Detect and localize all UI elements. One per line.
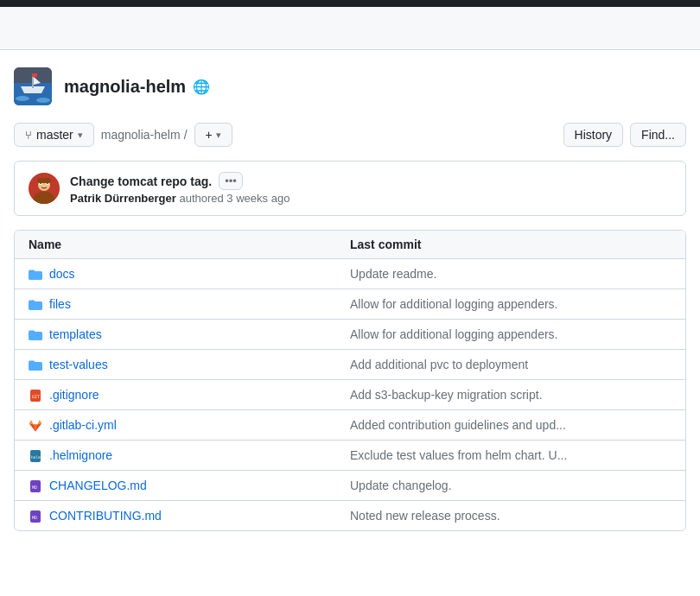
file-type-icon: MD [29, 478, 42, 493]
file-type-icon [29, 327, 42, 342]
svg-rect-14 [37, 178, 51, 183]
svg-text:MD: MD [32, 485, 37, 490]
file-link[interactable]: .gitlab-ci.yml [49, 418, 117, 432]
globe-icon: 🌐 [193, 79, 210, 95]
table-row: files Allow for additional logging appen… [15, 289, 685, 320]
commit-title: Change tomcat repo tag. [70, 174, 212, 188]
avatar-image [14, 67, 52, 105]
file-rows-container: docs Update readme. files Allow for addi… [15, 259, 685, 530]
col-name-header: Name [29, 238, 350, 251]
toolbar: ⑂ master ▾ magnolia-helm / + ▾ History F… [14, 123, 686, 147]
file-type-icon [29, 266, 42, 282]
file-commit-cell: Allow for additional logging appenders. [350, 297, 671, 311]
file-name-cell: templates [29, 327, 350, 342]
history-button[interactable]: History [563, 123, 624, 147]
file-type-icon [29, 296, 42, 312]
table-row: docs Update readme. [15, 259, 685, 289]
file-commit-cell: Add additional pvc to deployment [350, 358, 671, 371]
table-row: .gitlab-ci.yml Added contribution guidel… [15, 410, 685, 441]
commit-title-row: Change tomcat repo tag. ••• [70, 172, 671, 190]
table-row: test-values Add additional pvc to deploy… [15, 350, 685, 380]
commit-box: Change tomcat repo tag. ••• Patrik Dürre… [14, 161, 686, 216]
breadcrumb-sep: / [184, 128, 188, 142]
file-commit-cell: Exclude test values from helm chart. U..… [350, 448, 671, 462]
header-spacer [0, 7, 700, 50]
table-row: GIT .gitignore Add s3-backup-key migrati… [15, 380, 685, 410]
repo-title-section: magnolia-helm 🌐 [14, 67, 686, 105]
file-commit-cell: Update changelog. [350, 479, 671, 492]
file-name-cell: MD CONTRIBUTING.md [29, 508, 350, 523]
file-name-cell: docs [29, 266, 350, 282]
svg-point-3 [16, 96, 29, 101]
add-file-button[interactable]: + ▾ [194, 123, 232, 147]
commit-more-button[interactable]: ••• [219, 172, 243, 190]
file-commit-cell: Noted new release process. [350, 509, 671, 523]
file-commit-cell: Add s3-backup-key migration script. [350, 388, 671, 402]
file-type-icon [29, 357, 42, 372]
commit-info: Change tomcat repo tag. ••• Patrik Dürre… [70, 172, 671, 205]
file-name-cell: test-values [29, 357, 350, 372]
svg-text:GIT: GIT [32, 394, 40, 399]
svg-text:helm: helm [31, 455, 41, 460]
top-bar [0, 0, 700, 7]
file-link[interactable]: CHANGELOG.md [49, 479, 147, 492]
branch-selector[interactable]: ⑂ master ▾ [14, 123, 94, 147]
toolbar-right: History Find... [563, 123, 686, 147]
commit-meta: Patrik Dürrenberger authored 3 weeks ago [70, 192, 671, 205]
repo-avatar [14, 67, 52, 105]
file-link[interactable]: files [49, 297, 71, 311]
file-table: Name Last commit docs Update readme. fil… [14, 230, 686, 531]
col-commit-header: Last commit [350, 238, 671, 251]
file-commit-cell: Added contribution guidelines and upd... [350, 418, 671, 432]
file-type-icon: GIT [29, 387, 42, 403]
avatar-svg-commit [29, 173, 60, 204]
table-row: MD CONTRIBUTING.md Noted new release pro… [15, 501, 685, 530]
commit-author-avatar [29, 173, 60, 204]
breadcrumb-repo: magnolia-helm [101, 128, 181, 142]
file-link[interactable]: templates [49, 327, 102, 341]
file-link[interactable]: test-values [49, 358, 108, 371]
file-name-cell: MD CHANGELOG.md [29, 478, 350, 493]
file-type-icon: MD [29, 508, 42, 523]
avatar-svg [14, 67, 52, 105]
add-chevron-icon: ▾ [216, 130, 221, 141]
file-name-cell: files [29, 296, 350, 312]
file-type-icon: helm [29, 447, 42, 463]
file-link[interactable]: docs [49, 267, 75, 281]
table-row: MD CHANGELOG.md Update changelog. [15, 471, 685, 501]
file-name-cell: helm .helmignore [29, 447, 350, 463]
breadcrumb: magnolia-helm / [101, 128, 188, 142]
file-name-cell: GIT .gitignore [29, 387, 350, 403]
table-row: helm .helmignore Exclude test values fro… [15, 441, 685, 471]
file-table-header: Name Last commit [15, 231, 685, 259]
file-commit-cell: Allow for additional logging appenders. [350, 327, 671, 341]
branch-label: master [36, 128, 73, 142]
add-label: + [206, 128, 213, 142]
file-link[interactable]: .gitignore [49, 388, 99, 402]
repo-name: magnolia-helm [64, 77, 186, 97]
find-button[interactable]: Find... [630, 123, 686, 147]
svg-point-4 [36, 98, 50, 103]
svg-text:MD: MD [32, 515, 37, 520]
branch-chevron-icon: ▾ [78, 130, 83, 141]
file-commit-cell: Update readme. [350, 267, 671, 281]
svg-rect-5 [32, 76, 34, 88]
commit-author: Patrik Dürrenberger [70, 192, 176, 205]
toolbar-left: ⑂ master ▾ magnolia-helm / + ▾ [14, 123, 232, 147]
file-name-cell: .gitlab-ci.yml [29, 417, 350, 433]
table-row: templates Allow for additional logging a… [15, 320, 685, 350]
svg-rect-6 [32, 73, 37, 77]
file-type-icon [29, 417, 42, 433]
file-link[interactable]: .helmignore [49, 448, 112, 462]
branch-icon: ⑂ [25, 129, 32, 142]
file-link[interactable]: CONTRIBUTING.md [49, 509, 162, 523]
repo-name-row: magnolia-helm 🌐 [64, 77, 210, 97]
